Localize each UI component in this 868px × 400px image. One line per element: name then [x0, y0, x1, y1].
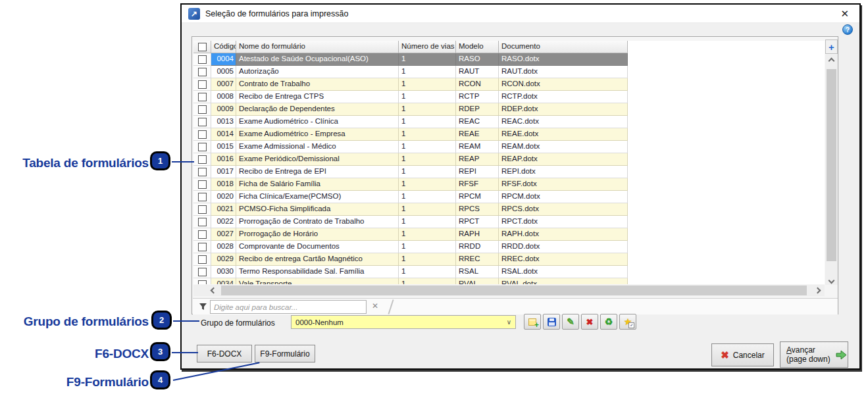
row-checkbox[interactable] [198, 243, 207, 251]
help-icon[interactable]: ? [842, 24, 853, 35]
edit-group-button[interactable]: ✎ [562, 314, 579, 330]
cell-codigo[interactable]: 0028 [211, 241, 236, 253]
cell-documento[interactable]: REAC.dotx [499, 116, 628, 128]
vertical-scrollbar[interactable] [825, 55, 838, 285]
cell-vias[interactable]: 1 [399, 103, 456, 116]
search-input[interactable] [210, 300, 367, 314]
cell-documento[interactable]: REPI.dotx [499, 166, 628, 178]
cell-codigo[interactable]: 0014 [211, 128, 236, 141]
table-row[interactable]: 0007Contrato de Trabalho1RCONRCON.dotx [193, 78, 628, 91]
cell-modelo[interactable]: REAE [456, 128, 499, 141]
cell-nome[interactable]: Prorrogação de Contrato de Trabalho [236, 216, 399, 228]
cell-vias[interactable]: 1 [399, 253, 456, 266]
table-row[interactable]: 0018Ficha de Salário Família1RFSFRFSF.do… [193, 178, 628, 191]
table-row[interactable]: 0034Vale Transporte1RVALRVAL.dotx [193, 278, 628, 284]
clear-search-icon[interactable]: ✕ [372, 301, 378, 311]
cell-documento[interactable]: RCTP.dotx [499, 91, 628, 103]
table-row[interactable]: 0030Termo Responsabilidade Sal. Família1… [193, 266, 628, 278]
scroll-left-button[interactable] [208, 285, 218, 296]
cell-vias[interactable]: 1 [399, 128, 456, 141]
cell-codigo[interactable]: 0008 [211, 91, 236, 103]
cell-nome[interactable]: Exame Audiométrico - Clínica [236, 116, 399, 128]
cell-codigo[interactable]: 0030 [211, 266, 236, 278]
cell-codigo[interactable]: 0020 [211, 191, 236, 203]
cell-documento[interactable]: REAE.dotx [499, 128, 628, 141]
cell-vias[interactable]: 1 [399, 153, 456, 166]
table-row[interactable]: 0004Atestado de Saúde Ocupacional(ASO)1R… [193, 53, 628, 66]
cell-codigo[interactable]: 0017 [211, 166, 236, 178]
cell-documento[interactable]: RVAL.dotx [499, 278, 628, 284]
cell-vias[interactable]: 1 [399, 191, 456, 203]
row-checkbox[interactable] [198, 105, 207, 114]
table-row[interactable]: 0015Exame Admissional - Médico1REAMREAM.… [193, 141, 628, 153]
delete-group-button[interactable]: ✖ [581, 314, 598, 330]
cell-nome[interactable]: Declaração de Dependentes [236, 103, 399, 116]
cell-modelo[interactable]: RASO [456, 53, 499, 66]
cell-modelo[interactable]: REAP [456, 153, 499, 166]
cell-modelo[interactable]: REAM [456, 141, 499, 153]
table-row[interactable]: 0020Ficha Clínica/Exame(PCMSO)1RPCMRPCM.… [193, 191, 628, 203]
cell-nome[interactable]: Ficha de Salário Família [236, 178, 399, 191]
table-row[interactable]: 0005Autorização1RAUTRAUT.dotx [193, 66, 628, 78]
advance-button[interactable]: Avançar (page down) [780, 341, 848, 368]
cell-vias[interactable]: 1 [399, 116, 456, 128]
cell-vias[interactable]: 1 [399, 53, 456, 66]
cell-vias[interactable]: 1 [399, 78, 456, 91]
cell-vias[interactable]: 1 [399, 141, 456, 153]
cell-documento[interactable]: RREC.dotx [499, 253, 628, 266]
horizontal-scrollbar[interactable] [193, 285, 825, 296]
cell-vias[interactable]: 1 [399, 91, 456, 103]
cell-codigo[interactable]: 0022 [211, 216, 236, 228]
favorite-button[interactable]: ★ [619, 314, 636, 330]
row-checkbox[interactable] [198, 193, 207, 201]
row-checkbox[interactable] [198, 80, 207, 89]
row-checkbox[interactable] [198, 280, 207, 285]
vertical-scroll-thumb[interactable] [827, 69, 836, 261]
cell-modelo[interactable]: RAPH [456, 228, 499, 241]
horizontal-scroll-thumb[interactable] [221, 286, 807, 295]
cell-modelo[interactable]: RCON [456, 78, 499, 91]
cell-nome[interactable]: Autorização [236, 66, 399, 78]
cell-modelo[interactable]: RPCS [456, 203, 499, 216]
row-checkbox[interactable] [198, 130, 207, 139]
table-row[interactable]: 0027Prorrogação de Horário1RAPHRAPH.dotx [193, 228, 628, 241]
cell-nome[interactable]: Atestado de Saúde Ocupacional(ASO) [236, 53, 399, 66]
cell-codigo[interactable]: 0015 [211, 141, 236, 153]
save-group-button[interactable] [543, 314, 560, 330]
scroll-right-button[interactable] [812, 285, 823, 296]
grid-plus-button[interactable]: + [825, 39, 838, 54]
cell-nome[interactable]: Ficha Clínica/Exame(PCMSO) [236, 191, 399, 203]
f9-formulario-button[interactable]: F9-Formulário [255, 345, 315, 362]
cell-documento[interactable]: RRDD.dotx [499, 241, 628, 253]
cell-nome[interactable]: Vale Transporte [236, 278, 399, 284]
cell-documento[interactable]: RDEP.dotx [499, 103, 628, 116]
column-header-nome[interactable]: Nome do formulário [236, 41, 399, 53]
cell-codigo[interactable]: 0021 [211, 203, 236, 216]
cell-nome[interactable]: Prorrogação de Horário [236, 228, 399, 241]
column-header-modelo[interactable]: Modelo [456, 41, 499, 53]
cell-modelo[interactable]: REPI [456, 166, 499, 178]
row-checkbox[interactable] [198, 255, 207, 264]
cell-vias[interactable]: 1 [399, 178, 456, 191]
cell-documento[interactable]: RPCS.dotx [499, 203, 628, 216]
cell-modelo[interactable]: RRDD [456, 241, 499, 253]
cell-nome[interactable]: Recibo de Entrega CTPS [236, 91, 399, 103]
row-checkbox[interactable] [198, 268, 207, 276]
cell-documento[interactable]: REAM.dotx [499, 141, 628, 153]
table-row[interactable]: 0017Recibo de Entrega de EPI1REPIREPI.do… [193, 166, 628, 178]
column-header-vias[interactable]: Número de vias [399, 41, 456, 53]
cell-documento[interactable]: RSAL.dotx [499, 266, 628, 278]
cell-codigo[interactable]: 0027 [211, 228, 236, 241]
cell-codigo[interactable]: 0007 [211, 78, 236, 91]
table-row[interactable]: 0014Exame Audiométrico - Empresa1REAEREA… [193, 128, 628, 141]
cell-nome[interactable]: PCMSO-Ficha Simplificada [236, 203, 399, 216]
table-row[interactable]: 0013Exame Audiométrico - Clínica1REACREA… [193, 116, 628, 128]
column-header-documento[interactable]: Documento [499, 41, 628, 53]
cell-modelo[interactable]: RPCM [456, 191, 499, 203]
cell-modelo[interactable]: RVAL [456, 278, 499, 284]
close-button[interactable]: ✕ [836, 8, 853, 20]
cell-codigo[interactable]: 0009 [211, 103, 236, 116]
cell-vias[interactable]: 1 [399, 66, 456, 78]
table-row[interactable]: 0016Exame Periódico/Demissional1REAPREAP… [193, 153, 628, 166]
cell-modelo[interactable]: RAUT [456, 66, 499, 78]
